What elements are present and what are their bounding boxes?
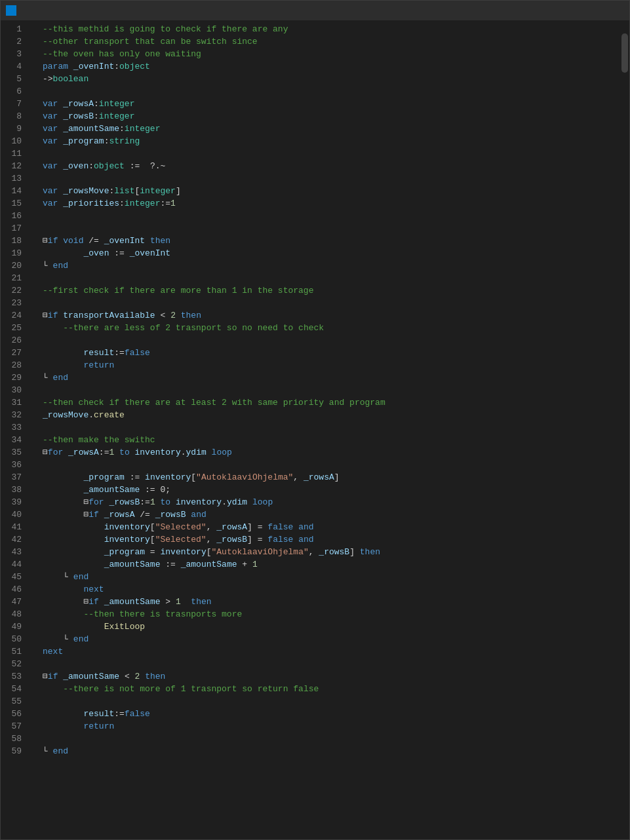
code-line (40, 334, 620, 347)
code-line: _rowsMove.create (40, 409, 620, 421)
code-line (40, 210, 620, 222)
line-number: 34 (1, 434, 27, 446)
code-line: └ end (40, 571, 620, 583)
code-line (40, 733, 620, 745)
line-number: 44 (1, 558, 27, 571)
code-line: ⊟if transportAvailable < 2 then (40, 309, 620, 322)
line-number: 22 (1, 284, 27, 297)
line-number: 54 (1, 683, 27, 695)
code-line: └ end (40, 259, 620, 272)
code-line: _oven := _ovenInt (40, 247, 620, 259)
line-number: 4 (1, 60, 27, 73)
maximize-button[interactable] (585, 1, 604, 20)
main-window: 1234567891011121314151617181920212223242… (0, 0, 630, 840)
code-line: ⊟for _rowsA:=1 to inventory.ydim loop (40, 446, 620, 459)
line-number: 58 (1, 733, 27, 745)
line-number: 13 (1, 172, 27, 185)
code-line: inventory["Selected", _rowsB] = false an… (40, 533, 620, 546)
close-button[interactable] (604, 1, 624, 20)
line-numbers: 1234567891011121314151617181920212223242… (1, 20, 27, 839)
line-number: 11 (1, 147, 27, 160)
line-number: 47 (1, 596, 27, 608)
line-number: 29 (1, 372, 27, 384)
code-line (40, 658, 620, 670)
scrollbar[interactable] (620, 20, 629, 839)
line-number: 37 (1, 471, 27, 484)
code-line: _program := inventory["AutoklaaviOhjelma… (40, 471, 620, 484)
code-line (40, 695, 620, 708)
line-number: 39 (1, 496, 27, 508)
line-number: 30 (1, 384, 27, 396)
code-line: result:=false (40, 347, 620, 359)
line-number: 53 (1, 670, 27, 683)
code-line: var _rowsB:integer (40, 110, 620, 123)
code-line: next (40, 583, 620, 596)
line-number: 27 (1, 347, 27, 359)
line-number: 9 (1, 123, 27, 135)
titlebar (1, 1, 629, 20)
code-line: --then make the swithc (40, 434, 620, 446)
code-line: var _amountSame:integer (40, 123, 620, 135)
code-line: --then check if there are at least 2 wit… (40, 396, 620, 409)
line-number: 16 (1, 210, 27, 222)
line-number: 24 (1, 309, 27, 322)
line-number: 45 (1, 571, 27, 583)
code-line (40, 297, 620, 309)
line-number: 32 (1, 409, 27, 421)
code-line: └ end (40, 745, 620, 757)
code-area[interactable]: --this methid is going to check if there… (40, 20, 620, 839)
code-line: ->boolean (40, 73, 620, 85)
line-number: 6 (1, 85, 27, 98)
line-number: 59 (1, 745, 27, 757)
editor-area: 1234567891011121314151617181920212223242… (1, 20, 629, 839)
line-number: 50 (1, 633, 27, 645)
line-number: 49 (1, 620, 27, 633)
code-line: var _program:string (40, 135, 620, 147)
code-line: var _rowsA:integer (40, 98, 620, 110)
line-number: 38 (1, 484, 27, 496)
minimize-button[interactable] (565, 1, 585, 20)
line-number: 25 (1, 322, 27, 334)
code-line: ⊟if _rowsA /= _rowsB and (40, 508, 620, 521)
code-line: _amountSame := _amountSame + 1 (40, 558, 620, 571)
code-line: return (40, 720, 620, 733)
code-line: var _oven:object := ?.~ (40, 160, 620, 172)
code-line: --there are less of 2 trasnport so no ne… (40, 322, 620, 334)
line-number: 46 (1, 583, 27, 596)
fold-gutter-area (27, 20, 40, 839)
code-line (40, 272, 620, 284)
line-number: 19 (1, 247, 27, 259)
scrollbar-thumb[interactable] (621, 33, 628, 73)
code-line: param _ovenInt:object (40, 60, 620, 73)
line-number: 15 (1, 197, 27, 210)
code-line: result:=false (40, 708, 620, 720)
line-number: 26 (1, 334, 27, 347)
code-line (40, 222, 620, 235)
code-line (40, 384, 620, 396)
line-number: 35 (1, 446, 27, 459)
titlebar-left (6, 5, 20, 16)
code-line (40, 459, 620, 471)
code-line: ⊟if _amountSame < 2 then (40, 670, 620, 683)
code-line: _amountSame := 0; (40, 484, 620, 496)
code-line: _program = inventory["AutoklaaviOhjelma"… (40, 546, 620, 558)
app-icon (6, 5, 16, 16)
line-number: 56 (1, 708, 27, 720)
line-number: 3 (1, 48, 27, 60)
code-line: inventory["Selected", _rowsA] = false an… (40, 521, 620, 533)
line-number: 33 (1, 421, 27, 434)
line-number: 41 (1, 521, 27, 533)
code-line (40, 172, 620, 185)
code-line (40, 421, 620, 434)
line-number: 36 (1, 459, 27, 471)
code-line: --other transport that can be switch sin… (40, 35, 620, 48)
line-number: 55 (1, 695, 27, 708)
line-number: 51 (1, 645, 27, 658)
code-line: next (40, 645, 620, 658)
code-line: --then there is trasnports more (40, 608, 620, 620)
code-line: --first check if there are more than 1 i… (40, 284, 620, 297)
line-number: 31 (1, 396, 27, 409)
code-line: --the oven has only one waiting (40, 48, 620, 60)
code-line: ⊟if void /= _ovenInt then (40, 235, 620, 247)
code-line: ExitLoop (40, 620, 620, 633)
